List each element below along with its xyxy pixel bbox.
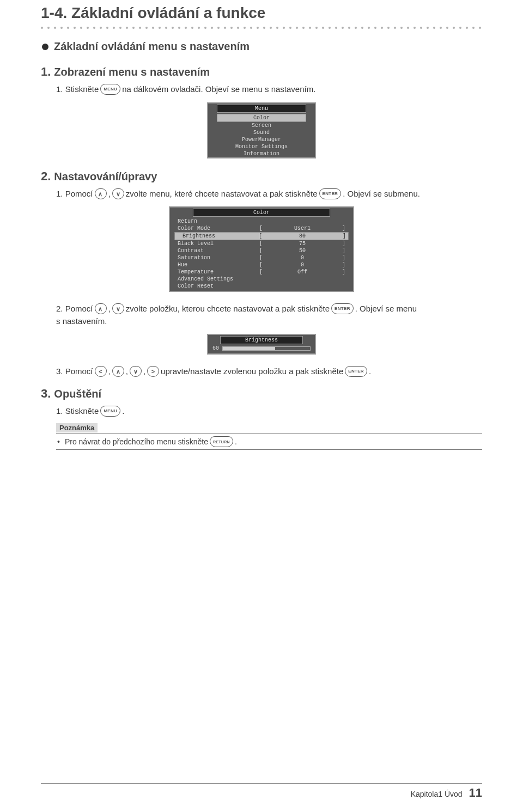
text: . [122, 405, 124, 418]
bracket-icon: [ [257, 225, 265, 231]
step-num: 3. [41, 387, 51, 401]
osd-row-label: Color Mode [175, 225, 257, 231]
up-arrow-icon: ∧ [95, 188, 107, 199]
comma: , [108, 303, 111, 315]
left-arrow-icon: < [95, 366, 107, 377]
step-title: Nastavování/úpravy [54, 170, 157, 183]
enter-button-icon: ENTER [345, 366, 367, 377]
bracket-icon: ] [340, 255, 348, 261]
osd-submenu-row: Advanced Settings [175, 276, 348, 283]
step-title: Opuštění [54, 388, 101, 400]
bracket-icon: ] [340, 248, 348, 254]
text: zvolte položku, kterou chcete nastavovat… [126, 303, 330, 315]
text: 1. Stiskněte [56, 83, 99, 96]
osd-row-label: Color Reset [175, 283, 257, 289]
osd-menu-item: Sound [217, 129, 306, 136]
osd-row-label: Contrast [175, 248, 257, 254]
bracket-icon: ] [340, 233, 348, 239]
osd-submenu-row: Temperature[Off] [175, 268, 348, 276]
bracket-icon: ] [340, 269, 348, 275]
step-num: 2. [41, 169, 51, 184]
bracket-icon: [ [257, 269, 265, 275]
footer-page-number: 11 [469, 786, 482, 799]
osd-row-label: Advanced Settings [175, 276, 257, 282]
osd-menu-item: Screen [217, 122, 306, 129]
osd-row-value: 80 [264, 233, 340, 239]
text: 3. Pomocí [56, 365, 93, 378]
osd-submenu-row: Saturation[0] [175, 254, 348, 261]
text: 2. Pomocí [56, 303, 93, 315]
right-arrow-icon: > [147, 366, 159, 377]
text: s nastavením. [56, 315, 482, 328]
step-title: Zobrazení menu s nastavením [54, 66, 210, 78]
osd-main-menu: Menu ColorScreenSoundPowerManagerMonitor… [207, 102, 316, 158]
osd-row-label: Black Level [175, 241, 257, 247]
osd-menu-item: PowerManager [217, 136, 306, 143]
bracket-icon: [ [257, 262, 265, 268]
menu-button-icon: MENU [100, 406, 120, 417]
comma: , [143, 365, 145, 378]
comma: , [108, 188, 111, 200]
step-1-head: 1. Zobrazení menu s nastavením [41, 65, 482, 79]
osd-submenu-row: Hue[0] [175, 261, 348, 268]
osd-row-value: 0 [265, 262, 340, 268]
osd-brightness-fill [223, 347, 275, 350]
osd-row-label: Saturation [175, 255, 257, 261]
text: . Objeví se submenu. [343, 188, 420, 200]
bracket-icon: [ [257, 233, 264, 239]
bracket-icon: [ [257, 248, 265, 254]
bullet-dot-icon [42, 44, 48, 50]
osd-row-label: Temperature [175, 269, 257, 275]
text: 1. Stiskněte [56, 405, 99, 418]
enter-button-icon: ENTER [331, 303, 354, 314]
osd-menu-item: Color [217, 114, 306, 122]
note-text: Pro návrat do předchozího menu stiskněte [65, 437, 208, 446]
text: upravte/nastavte zvolenou položku a pak … [161, 365, 343, 378]
osd-color-submenu: Color Return Color Mode[User1]Brightness… [169, 206, 354, 292]
step-3-body: 1. Stiskněte MENU . [56, 405, 482, 418]
osd-submenu-row: Contrast[50] [175, 247, 348, 254]
text: . [369, 365, 371, 378]
osd-brightness-value: 60 [212, 345, 219, 351]
footer-chapter: Kapitola1 Úvod [411, 790, 463, 798]
up-arrow-icon: ∧ [112, 366, 124, 377]
step-3-head: 3. Opuštění [41, 387, 482, 401]
step-2-head: 2. Nastavování/úpravy [41, 169, 482, 184]
bracket-icon: [ [257, 241, 265, 247]
osd-brightness-bar [222, 346, 311, 351]
down-arrow-icon: ∨ [112, 188, 124, 199]
bracket-icon: ] [340, 262, 348, 268]
bullet-heading: Základní ovládání menu s nastavením [41, 40, 482, 53]
osd-row-label: Brightness [175, 233, 257, 239]
dotted-divider [41, 25, 482, 30]
osd-title: Menu [217, 105, 306, 113]
step-2-body-2: 2. Pomocí ∧ , ∨ zvolte položku, kterou c… [56, 303, 482, 327]
note-bullet-icon: • [56, 437, 63, 446]
osd-submenu-row: Black Level[75] [175, 240, 348, 247]
osd-row-value: 75 [265, 241, 340, 247]
osd-row-value: User1 [265, 225, 340, 231]
osd-title: Color [193, 209, 330, 217]
text: . Objeví se menu [355, 303, 417, 315]
step-2-body-3: 3. Pomocí < , ∧ , ∨ , > upravte/nastavte… [56, 365, 482, 378]
osd-submenu-row: Color Mode[User1] [175, 225, 348, 232]
return-button-icon: RETURN [210, 436, 233, 447]
down-arrow-icon: ∨ [130, 366, 142, 377]
osd-brightness-adjust: Brightness 60 [207, 334, 316, 355]
step-2-body-1: 1. Pomocí ∧ , ∨ zvolte menu, které chcet… [56, 188, 482, 200]
note-box: Poznámka • Pro návrat do předchozího men… [56, 423, 482, 450]
menu-button-icon: MENU [100, 84, 120, 95]
osd-return-row: Return [175, 218, 348, 225]
section-title: 1-4. Základní ovládání a funkce [41, 0, 482, 25]
step-num: 1. [41, 65, 51, 79]
bullet-title: Základní ovládání menu s nastavením [54, 40, 250, 53]
osd-submenu-row: Brightness[80] [174, 232, 349, 240]
step-1-body: 1. Stiskněte MENU na dálkovém ovladači. … [56, 83, 482, 96]
osd-title: Brightness [220, 336, 303, 344]
osd-row-value: Off [265, 269, 340, 275]
bracket-icon: [ [257, 255, 265, 261]
osd-menu-item: Monitor Settings [217, 143, 306, 150]
text: na dálkovém ovladači. Objeví se menu s n… [122, 83, 315, 96]
note-text-tail: . [235, 437, 237, 446]
bracket-icon: ] [340, 225, 348, 231]
